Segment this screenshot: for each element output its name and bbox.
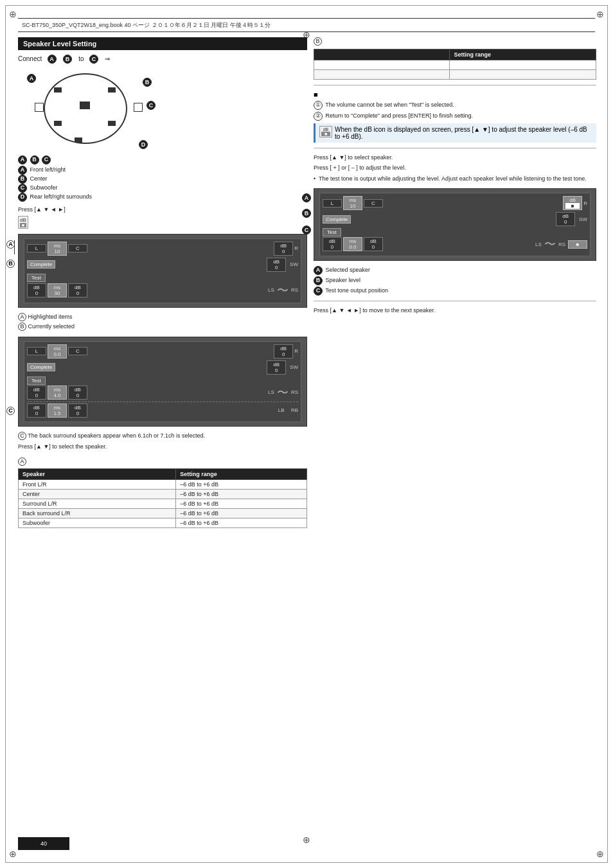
screen3-box: L ms10 C dB■ R Complete dB0: [314, 188, 596, 261]
screen1-inner: L ms10 C dB0 R Complete dB0: [24, 238, 301, 303]
speaker-level-table: Speaker Setting range Front L/R –6 dB to…: [18, 468, 307, 528]
num-circle-2: ②: [314, 112, 323, 121]
r-table-row: [314, 69, 596, 79]
screen2-top-row: L ms0.0 C dB0 R: [27, 344, 298, 359]
s2-cell-db-r: dB0: [274, 344, 293, 359]
s2-ls-ms: ms4.0: [48, 385, 67, 400]
label-ls: LS: [268, 287, 274, 293]
s2-cell-ms: ms0.0: [48, 344, 67, 359]
s2-ls-rs-row: dB0 ms4.0 dB0 LS 〜 RS: [27, 385, 298, 400]
screen1-container: A B L ms10 C dB0: [18, 234, 307, 308]
diag-label-d: D: [139, 139, 149, 149]
notes-heading: ■: [314, 91, 596, 98]
wave-icon-1: 〜: [277, 283, 289, 298]
annot-c-desc: C Subwoofer: [18, 184, 307, 193]
screen1-top-left: L ms10 C: [27, 242, 87, 256]
s3-cell-ms10: ms10: [343, 196, 362, 210]
s2-rs-db: dB0: [68, 385, 87, 400]
screen3-inner: L ms10 C dB■ R Complete dB0: [319, 193, 591, 256]
bullet-note: • The test tone is output while adjustin…: [314, 175, 596, 184]
press-triangle-2: Press [▲ ▼] to select speaker.: [314, 154, 596, 163]
annot-b-desc: B Center: [18, 175, 307, 184]
header-text: SC-BT750_350P_VQT2W18_eng.book 40 ページ ２０…: [22, 21, 271, 30]
screen1-box: L ms10 C dB0 R Complete dB0: [18, 234, 307, 308]
divider-3: [314, 301, 596, 301]
cell-ms10: ms10: [48, 242, 67, 256]
label-sw: SW: [290, 261, 298, 267]
screen1-label-b: B: [6, 260, 15, 268]
diag-label-a: A: [27, 73, 37, 83]
s3-annot-a: A Selected speaker: [314, 266, 596, 275]
table-cell-speaker: Back surround L/R: [19, 509, 176, 518]
s2-lb-db: dB0: [27, 403, 46, 418]
s3-ls-db: dB0: [323, 237, 342, 251]
screen1-top-right: dB0 R: [274, 242, 298, 256]
cell-l: L: [27, 244, 46, 252]
table-cell-speaker: Subwoofer: [19, 518, 176, 528]
page-number-bar: 40: [18, 837, 69, 850]
final-note: Press [▲ ▼ ◄ ►] to move to the next spea…: [314, 306, 596, 315]
cell-db0-r: dB0: [274, 242, 293, 256]
circle-b: B: [63, 55, 72, 64]
s3-rs-label: RS: [558, 242, 565, 247]
step-press-setup: Press [▲ ▼ ◄ ►]: [18, 206, 307, 215]
corner-tr: ⊕: [596, 9, 604, 19]
table-cell-speaker: Center: [19, 490, 176, 499]
front-r-icon: [108, 87, 116, 93]
table-row: Center –6 dB to +6 dB: [19, 490, 307, 499]
btn-complete-3[interactable]: Complete: [323, 215, 351, 224]
cell-db0-rs: dB0: [68, 283, 87, 297]
screen3-container: A B C L ms10 C: [314, 188, 596, 261]
table-cell-range: –6 dB to +6 dB: [176, 518, 307, 528]
left-column: Speaker Level Setting Connect A B to C ⇒: [18, 37, 307, 531]
footer-crosshair-center: ⊕: [303, 835, 310, 845]
table-a-label: A: [18, 457, 307, 466]
blue-note-box: dB■ When the dB icon is displayed on scr…: [314, 123, 596, 143]
table-row: Subwoofer –6 dB to +6 dB: [19, 518, 307, 528]
s2-cell-sw: dB0: [267, 360, 286, 375]
sub-icon: [75, 137, 82, 143]
s3-ls-ms: ms0.0: [343, 237, 362, 251]
table-cell-range: –6 dB to +6 dB: [176, 480, 307, 490]
table-cell-range: –6 dB to +6 dB: [176, 490, 307, 499]
cell-db0-sw: dB0: [267, 258, 286, 272]
adjust-level-text: Press [ + ] or [ – ] to adjust the level…: [314, 164, 596, 173]
label-rs: RS: [291, 287, 298, 293]
screen2-label-c: C: [6, 407, 15, 415]
screen1-label-a: A: [6, 240, 15, 249]
circle-a: A: [48, 55, 57, 64]
front-l-icon: [54, 87, 62, 93]
s3-annot-b: B Speaker level: [314, 276, 596, 285]
s3-cell-l: L: [323, 199, 342, 208]
r-table-header-range: Setting range: [450, 49, 596, 60]
cell-ms30: ms30: [48, 283, 67, 297]
btn-test-1[interactable]: Test: [27, 274, 46, 282]
screen3-label-c: C: [302, 226, 312, 235]
notes-section: ■ ① The volume cannot be set when "Test"…: [314, 91, 596, 121]
main-content: Speaker Level Setting Connect A B to C ⇒: [18, 37, 595, 850]
divider-1: [314, 85, 596, 85]
mid-labels: LS 〜 RS: [268, 283, 298, 298]
screen3-label-a: A: [302, 193, 312, 202]
s3-rs-sel: ■: [568, 240, 587, 249]
table-cell-range: –6 dB to +6 dB: [176, 509, 307, 518]
annot-abc-line: A B C: [18, 155, 307, 164]
screen1-mid-row: dB0 ms30 dB0 LS 〜 RS: [27, 283, 298, 298]
s2-lb-rb-row: dB0 ms1.5 dB0 LB RB: [27, 402, 298, 418]
r-table-row: [314, 60, 596, 69]
s2-lb-ms: ms1.5: [48, 403, 67, 418]
screen1-annot-a: A Highlighted items: [18, 313, 307, 322]
section-title: Speaker Level Setting: [18, 37, 307, 50]
btn-complete-2[interactable]: Complete: [27, 363, 55, 371]
table-row: Back surround L/R –6 dB to +6 dB: [19, 509, 307, 518]
screen1-top-row: L ms10 C dB0 R: [27, 242, 298, 256]
s3-annot-c: C Test tone output position: [314, 287, 596, 296]
table-cell-speaker: Surround L/R: [19, 499, 176, 509]
db-icon-row: dB■: [18, 216, 307, 229]
label-r: R: [294, 245, 298, 251]
screen2-inner: L ms0.0 C dB0 R Complete dB0: [24, 341, 301, 422]
btn-test-2[interactable]: Test: [27, 376, 46, 385]
right-table: Setting range: [314, 49, 596, 80]
btn-complete-1[interactable]: Complete: [27, 260, 55, 269]
btn-test-3[interactable]: Test: [323, 228, 341, 236]
